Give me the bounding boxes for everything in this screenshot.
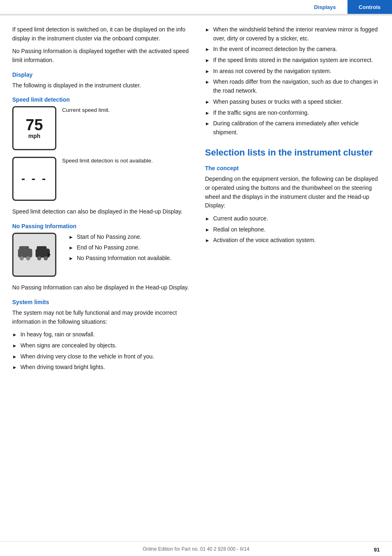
- list-item: ► In heavy fog, rain or snowfall.: [12, 330, 192, 339]
- right-bullet-6: When passing buses or trucks with a spee…: [213, 98, 343, 107]
- system-bullet-1: In heavy fog, rain or snowfall.: [20, 330, 95, 339]
- intro-p1: If speed limit detection is switched on,…: [12, 25, 192, 43]
- list-item: ► During calibration of the camera immed…: [205, 119, 380, 137]
- right-bullet-2: In the event of incorrect detection by t…: [213, 45, 337, 54]
- bullet-arrow: ►: [205, 215, 210, 223]
- display-heading: Display: [12, 71, 192, 78]
- speed-limit-caption: Current speed limit.: [62, 106, 110, 114]
- bullet-arrow: ►: [69, 234, 74, 241]
- dashes: - - -: [21, 172, 47, 185]
- right-bullet-5: When roads differ from the navigation, s…: [213, 78, 380, 95]
- list-item: ► No Passing Information not available.: [69, 254, 172, 263]
- list-item: ► When the windshield behind the interio…: [205, 25, 380, 43]
- bullet-arrow: ►: [205, 46, 210, 53]
- no-passing-bullet-2: End of No Passing zone.: [77, 243, 140, 252]
- svg-rect-5: [37, 246, 47, 251]
- bullet-arrow: ►: [69, 244, 74, 252]
- bullet-arrow: ►: [205, 26, 210, 34]
- speed-unit: mph: [28, 133, 40, 139]
- system-bullet-3: When driving very close to the vehicle i…: [20, 352, 154, 361]
- bullet-arrow: ►: [205, 109, 210, 117]
- speed-limit-row: 75 mph Current speed limit.: [12, 106, 192, 150]
- concept-bullet-2: Redial on telephone.: [213, 225, 265, 234]
- right-bullet-3: If the speed limits stored in the naviga…: [213, 56, 373, 65]
- list-item: ► If the traffic signs are non-conformin…: [205, 109, 380, 118]
- system-bullets: ► In heavy fog, rain or snowfall. ► When…: [12, 330, 192, 372]
- no-passing-icon: [12, 233, 56, 277]
- bullet-arrow: ►: [12, 353, 17, 361]
- concept-heading: The concept: [205, 165, 380, 171]
- right-bullet-4: In areas not covered by the navigation s…: [213, 67, 332, 76]
- bullet-arrow: ►: [205, 98, 210, 106]
- list-item: ► Activation of the voice activation sys…: [205, 236, 380, 245]
- right-bullets-top: ► When the windshield behind the interio…: [205, 25, 380, 137]
- speed-limit-heading: Speed limit detection: [12, 96, 192, 103]
- no-passing-also-p: No Passing Information can also be displ…: [12, 283, 192, 292]
- list-item: ► In areas not covered by the navigation…: [205, 67, 380, 76]
- list-item: ► When driving very close to the vehicle…: [12, 352, 192, 361]
- right-column: ► When the windshield behind the interio…: [205, 25, 380, 376]
- svg-point-6: [37, 256, 41, 260]
- right-bullet-1: When the windshield behind the interior …: [213, 25, 380, 43]
- speed-unavailable-caption: Speed limit detection is not available.: [62, 157, 153, 165]
- no-passing-row: ► Start of No Passing zone. ► End of No …: [12, 233, 192, 277]
- list-item: ► When passing buses or trucks with a sp…: [205, 98, 380, 107]
- bullet-arrow: ►: [205, 78, 210, 86]
- list-item: ► Start of No Passing zone.: [69, 233, 172, 242]
- svg-point-2: [20, 256, 24, 260]
- bullet-arrow: ►: [12, 342, 17, 350]
- footer: Online Edition for Part no. 01 40 2 928 …: [0, 541, 392, 556]
- concept-bullet-3: Activation of the voice activation syste…: [213, 236, 316, 245]
- page-number: 91: [374, 547, 380, 553]
- concept-bullets: ► Current audio source. ► Redial on tele…: [205, 214, 380, 245]
- tab-controls[interactable]: Controls: [347, 0, 392, 14]
- list-item: ► In the event of incorrect detection by…: [205, 45, 380, 54]
- list-item: ► When driving toward bright lights.: [12, 363, 192, 372]
- bullet-arrow: ►: [205, 57, 210, 64]
- system-bullet-4: When driving toward bright lights.: [20, 363, 105, 372]
- svg-point-7: [44, 256, 48, 260]
- selection-heading-text: Selection lists in the instrument cluste…: [205, 147, 373, 158]
- content-area: If speed limit detection is switched on,…: [0, 16, 392, 392]
- bullet-arrow: ►: [205, 226, 210, 234]
- svg-rect-1: [19, 246, 29, 251]
- speed-unavailable-icon: - - -: [12, 157, 56, 201]
- bullet-arrow: ►: [12, 331, 17, 339]
- selection-heading: Selection lists in the instrument cluste…: [205, 147, 380, 159]
- list-item: ► End of No Passing zone.: [69, 243, 172, 252]
- bullet-arrow: ►: [205, 120, 210, 128]
- tab-displays-label: Displays: [314, 4, 336, 10]
- system-limits-heading: System limits: [12, 299, 192, 305]
- left-column: If speed limit detection is switched on,…: [12, 25, 192, 376]
- footer-text: Online Edition for Part no. 01 40 2 928 …: [143, 546, 249, 552]
- svg-point-3: [26, 256, 30, 260]
- header-tabs: Displays Controls: [0, 0, 392, 15]
- list-item: ► When signs are concealed by objects.: [12, 341, 192, 350]
- bullet-arrow: ►: [205, 237, 210, 245]
- bullet-arrow: ►: [12, 364, 17, 371]
- system-bullet-2: When signs are concealed by objects.: [20, 341, 117, 350]
- speed-limit-icon: 75 mph: [12, 106, 56, 150]
- bullet-arrow: ►: [69, 255, 74, 262]
- no-passing-bullet-3: No Passing Information not available.: [77, 254, 172, 263]
- right-bullet-7: If the traffic signs are non-conforming.: [213, 109, 309, 118]
- tab-controls-label: Controls: [359, 4, 381, 10]
- speed-unavailable-row: - - - Speed limit detection is not avail…: [12, 157, 192, 201]
- list-item: ► When roads differ from the navigation,…: [205, 78, 380, 95]
- no-passing-bullets: ► Start of No Passing zone. ► End of No …: [62, 233, 172, 264]
- system-limits-p: The system may not be fully functional a…: [12, 309, 192, 326]
- speed-also-p: Speed limit detection can also be displa…: [12, 207, 192, 216]
- right-bullet-8: During calibration of the camera immedia…: [213, 119, 380, 137]
- intro-p2: No Passing Information is displayed toge…: [12, 47, 192, 64]
- tab-displays[interactable]: Displays: [303, 0, 347, 14]
- list-item: ► Redial on telephone.: [205, 225, 380, 234]
- list-item: ► If the speed limits stored in the navi…: [205, 56, 380, 65]
- concept-p: Depending on the equipment version, the …: [205, 175, 380, 210]
- bullet-arrow: ►: [205, 68, 210, 76]
- no-passing-heading: No Passing Information: [12, 223, 192, 229]
- concept-bullet-1: Current audio source.: [213, 214, 268, 223]
- list-item: ► Current audio source.: [205, 214, 380, 223]
- display-p1: The following is displayed in the instru…: [12, 81, 192, 90]
- speed-number: 75: [26, 117, 43, 133]
- no-passing-bullet-1: Start of No Passing zone.: [77, 233, 142, 242]
